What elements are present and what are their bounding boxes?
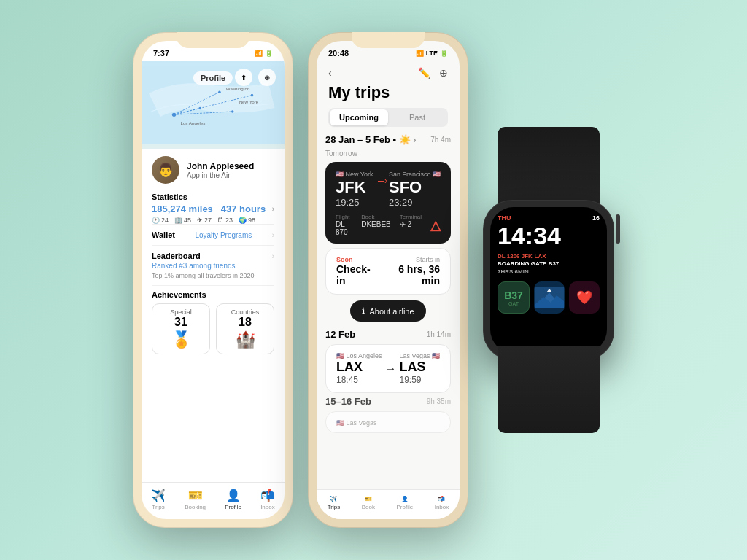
gate-label: GAT [508, 301, 519, 306]
share-icon[interactable]: ⬆ [235, 69, 252, 86]
trip2-origin-code: LAX [336, 359, 382, 375]
tab-upcoming[interactable]: Upcoming [330, 109, 388, 125]
trip2-flight-card[interactable]: 🇺🇸 Los Angeles LAX 18:45 → Las Vegas 🇺🇸 … [325, 344, 451, 393]
leaderboard-row[interactable]: Leaderboard › Ranked #3 among friends To… [152, 245, 274, 285]
edit-icon[interactable]: ✏️ [418, 67, 430, 79]
tab-past[interactable]: Past [388, 109, 446, 125]
tab-booking-icon: 🎫 [188, 489, 203, 502]
watch-band-bottom [498, 346, 600, 433]
tab-inbox-1[interactable]: 📬 Inbox [260, 489, 275, 510]
trip3-date-header: 15–16 Feb 9h 35m [325, 396, 451, 407]
watch-duration: 7HRS 6MIN [498, 268, 600, 276]
tab-profile-label: Profile [225, 504, 241, 510]
tab2-book-icon: 🎫 [365, 496, 372, 502]
trip1-nav[interactable]: › [413, 134, 416, 145]
achievement-countries[interactable]: Countries 18 🏰 [216, 303, 274, 354]
about-airline-btn[interactable]: ℹ About airline [350, 300, 425, 322]
arrow-line [378, 181, 384, 182]
complication-gate[interactable]: B37 GAT [498, 281, 530, 314]
tab-booking-1[interactable]: 🎫 Booking [185, 489, 206, 510]
flight-arrow [374, 171, 389, 182]
user-name: John Appleseed [187, 161, 254, 171]
tab2-book-label: Book [362, 504, 375, 510]
terminal-detail: Terminal ✈ 2 [400, 214, 422, 236]
status-time-2: 20:48 [328, 49, 349, 58]
tab-inbox-label: Inbox [260, 504, 275, 510]
ach-countries-icon: 🏰 [221, 330, 269, 349]
terminal-val: ✈ 2 [400, 220, 422, 228]
origin-city: 🇺🇸 New York [336, 171, 374, 178]
tab2-trips[interactable]: ✈️ Trips [328, 496, 340, 510]
miles-stat: 185,274 miles 437 hours [152, 203, 266, 214]
tab2-profile[interactable]: 👤 Profile [396, 496, 413, 510]
trip3-origin-city: 🇺🇸 Las Vegas [336, 419, 440, 427]
ach-countries-num: 18 [221, 316, 269, 329]
tab-bar-2: ✈️ Trips 🎫 Book 👤 Profile 📬 Inbox [317, 489, 460, 519]
tab-profile-1[interactable]: 👤 Profile [225, 489, 241, 510]
trip2-dest-city: Las Vegas 🇺🇸 [399, 352, 440, 359]
tab-trips-1[interactable]: ✈️ Trips [151, 489, 166, 510]
svg-text:Los Angeles: Los Angeles [180, 120, 205, 125]
trip1-subtitle: Tomorrow [325, 149, 451, 158]
user-row: 👨 John Appleseed App in the Air [152, 156, 274, 184]
trips-list: 28 Jan – 5 Feb • ☀️ › 7h 4m Tomorrow 🇺🇸 … [317, 134, 460, 489]
tab-profile-icon: 👤 [226, 489, 241, 502]
watch-assembly: THU 16 14:34 DL 1206 JFK-LAX BOARDING GA… [483, 200, 614, 360]
stats-chevron[interactable]: › [272, 205, 274, 213]
tab2-inbox[interactable]: 📬 Inbox [435, 496, 449, 510]
map-label: Profile [193, 71, 233, 85]
avatar: 👨 [152, 156, 179, 184]
profile-section: 👨 John Appleseed App in the Air Statisti… [142, 149, 285, 482]
ach-special-num: 31 [157, 316, 205, 329]
achievements-cards: Special 31 🏅 Countries 18 🏰 [152, 303, 274, 354]
add-icon[interactable]: ⊕ [439, 67, 448, 79]
trip2-date: 12 Feb [325, 329, 355, 340]
complication-health[interactable]: ❤️ [569, 281, 600, 314]
info-icon: ℹ [362, 306, 365, 316]
origin-code: JFK [336, 178, 374, 197]
notch2 [352, 32, 425, 48]
dest-time: 23:29 [389, 197, 441, 208]
trip2-duration: 1h 14m [427, 330, 451, 338]
trip1-date-header: 28 Jan – 5 Feb • ☀️ › 7h 4m [325, 134, 451, 145]
trip2-date-header: 12 Feb 1h 14m [325, 329, 451, 340]
trip1-duration: 7h 4m [430, 136, 451, 144]
watch-date-num: 16 [592, 214, 600, 222]
svg-point-9 [231, 110, 234, 113]
user-info: John Appleseed App in the Air [187, 161, 254, 179]
ach-special-icon: 🏅 [157, 330, 205, 349]
flight-card-dark[interactable]: 🇺🇸 New York JFK 19:25 San Francisco 🇺🇸 S… [325, 162, 451, 244]
achievement-special[interactable]: Special 31 🏅 [152, 303, 210, 354]
back-chevron[interactable]: ‹ [328, 67, 332, 79]
airline-logo: △ [430, 214, 441, 236]
booking-detail: Book DKEBEB [361, 214, 391, 236]
flight-origin: 🇺🇸 New York JFK 19:25 [336, 171, 374, 208]
leaderboard-title: Leaderboard [152, 252, 201, 260]
flight-number-detail: Flight DL 870 [336, 214, 352, 236]
booking-val: DKEBEB [361, 220, 391, 228]
user-subtitle: App in the Air [187, 171, 254, 179]
svg-point-8 [198, 107, 201, 110]
devices-container: 7:37 📶 🔋 [118, 18, 629, 542]
leaderboard-subtitle: Top 1% among all travelers in 2020 [152, 272, 255, 279]
tab2-trips-icon: ✈️ [330, 496, 337, 502]
settings-icon[interactable]: ⊕ [258, 69, 276, 86]
tab-trips-icon: ✈️ [151, 489, 166, 502]
svg-text:New York: New York [239, 99, 259, 104]
achievements-section: Achievements Special 31 🏅 Countries 18 🏰 [152, 285, 274, 354]
wallet-row[interactable]: Wallet Loyalty Programs › [152, 224, 274, 245]
checkin-card[interactable]: Soon Check-in Starts in 6 hrs, 36 min [325, 248, 451, 295]
tab-bar-1: ✈️ Trips 🎫 Booking 👤 Profile 📬 Inbox [142, 482, 285, 519]
watch-day: THU [498, 214, 511, 222]
trip2-section: 12 Feb 1h 14m 🇺🇸 Los Angeles LAX 18:45 → [325, 329, 451, 393]
icon-stat-building: 🏢45 [174, 217, 191, 224]
tab2-book[interactable]: 🎫 Book [362, 496, 375, 510]
trip3-flight-card[interactable]: 🇺🇸 Las Vegas [325, 411, 451, 433]
svg-point-5 [172, 113, 176, 117]
watch-complications: B37 GAT ❤️ [498, 281, 600, 314]
complication-mountain[interactable] [534, 281, 565, 314]
checkin-title: Check-in [336, 263, 379, 287]
trip2-dest-code: LAS [399, 359, 440, 375]
icon-stat-plane: ✈27 [197, 217, 212, 224]
trip2-dest: Las Vegas 🇺🇸 LAS 19:59 [399, 352, 440, 385]
